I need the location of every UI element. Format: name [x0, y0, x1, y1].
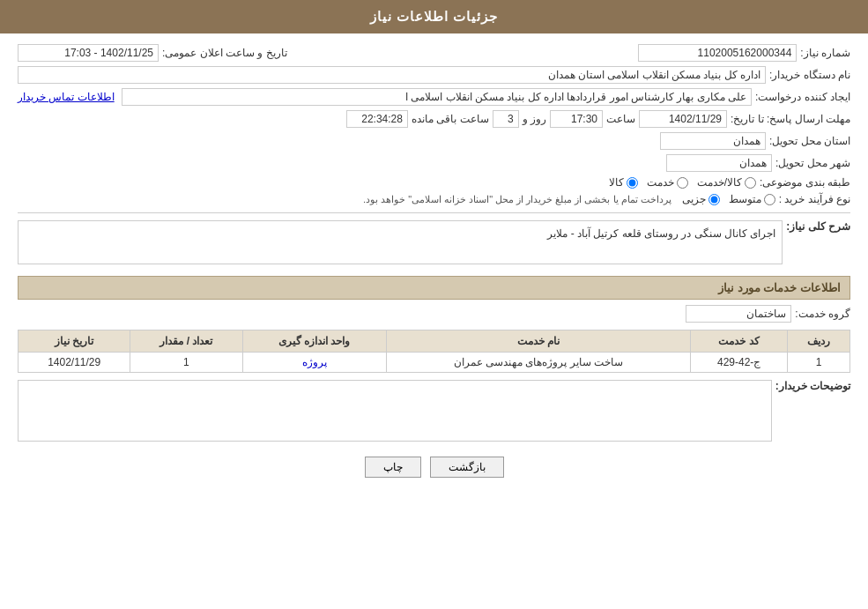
purchase-type-radio-group: متوسط جزیی — [682, 193, 775, 205]
col-code: کد خدمت — [691, 330, 788, 353]
city-label: شهر محل تحویل: — [775, 157, 850, 169]
tender-number-label: شماره نیاز: — [800, 47, 850, 59]
print-button[interactable]: چاپ — [365, 457, 421, 478]
cell-date: 1402/11/29 — [19, 353, 130, 373]
deadline-remaining-value: 22:34:28 — [346, 110, 408, 128]
province-value: همدان — [660, 132, 766, 150]
page-wrapper: جزئیات اطلاعات نیاز شماره نیاز: 11020051… — [0, 0, 868, 609]
description-text: اجرای کانال سنگی در روستای قلعه کرتیل آب… — [547, 227, 775, 240]
description-container: اجرای کانال سنگی در روستای قلعه کرتیل آب… — [18, 220, 783, 267]
purchase-type-label: نوع فرآیند خرید : — [779, 193, 850, 205]
category-radio-group: کالا/خدمت خدمت کالا — [609, 176, 756, 189]
cell-qty: 1 — [130, 353, 242, 373]
creator-value: علی مکاری بهار کارشناس امور قراردادها اد… — [122, 88, 752, 106]
category-option-kala-khedmat[interactable]: کالا/خدمت — [697, 176, 756, 189]
buyer-notes-row: توضیحات خریدار: — [18, 380, 850, 444]
purchase-type-radio-jozii[interactable] — [708, 194, 720, 205]
buyer-org-label: نام دستگاه خریدار: — [769, 69, 850, 81]
services-section-title: اطلاعات خدمات مورد نیاز — [718, 281, 841, 294]
page-header: جزئیات اطلاعات نیاز — [0, 0, 868, 33]
col-unit: واحد اندازه گیری — [242, 330, 386, 353]
deadline-remaining-label: ساعت باقی مانده — [412, 113, 489, 125]
category-label-khedmat: خدمت — [647, 176, 674, 189]
creator-row: ایجاد کننده درخواست: علی مکاری بهار کارش… — [18, 88, 850, 106]
deadline-date: 1402/11/29 — [639, 110, 727, 128]
category-label-kala-khedmat: کالا/خدمت — [697, 176, 742, 189]
province-label: استان محل تحویل: — [769, 135, 850, 147]
buyer-notes-container — [18, 380, 772, 444]
deadline-time-label: ساعت — [606, 113, 635, 125]
services-section-header: اطلاعات خدمات مورد نیاز — [18, 276, 850, 300]
purchase-type-row: نوع فرآیند خرید : متوسط جزیی پرداخت تمام… — [18, 193, 850, 205]
city-value: همدان — [666, 154, 772, 172]
col-name: نام خدمت — [386, 330, 691, 353]
button-row: بازگشت چاپ — [18, 457, 850, 478]
creator-link[interactable]: اطلاعات تماس خریدار — [18, 91, 115, 103]
buyer-org-row: نام دستگاه خریدار: اداره کل بنیاد مسکن ا… — [18, 66, 850, 84]
category-option-kala[interactable]: کالا — [609, 176, 638, 189]
category-option-khedmat[interactable]: خدمت — [647, 176, 688, 189]
table-row: 1ج-42-429ساخت سایر پروژه‌های مهندسی عمرا… — [19, 353, 850, 373]
deadline-label: مهلت ارسال پاسخ: تا تاریخ: — [731, 113, 850, 125]
col-radif: ردیف — [787, 330, 849, 353]
announce-datetime-value: 1402/11/25 - 17:03 — [18, 44, 159, 62]
cell-code: ج-42-429 — [691, 353, 788, 373]
deadline-row: مهلت ارسال پاسخ: تا تاریخ: 1402/11/29 سا… — [18, 110, 850, 128]
service-group-row: گروه خدمت: ساختمان — [18, 305, 850, 323]
creator-label: ایجاد کننده درخواست: — [755, 91, 850, 103]
category-radio-khedmat[interactable] — [677, 177, 688, 189]
category-label: طبقه بندی موضوعی: — [760, 176, 850, 189]
cell-radif: 1 — [787, 353, 849, 373]
service-group-value: ساختمان — [686, 305, 791, 323]
col-date: تاریخ نیاز — [19, 330, 130, 353]
category-label-kala: کالا — [609, 176, 624, 189]
deadline-days-value: 3 — [493, 110, 519, 128]
services-table: ردیف کد خدمت نام خدمت واحد اندازه گیری ت… — [18, 330, 850, 373]
announce-datetime-label: تاریخ و ساعت اعلان عمومی: — [162, 47, 287, 59]
purchase-type-option-motavasset[interactable]: متوسط — [729, 193, 775, 205]
tender-number-row: شماره نیاز: 1102005162000344 تاریخ و ساع… — [18, 44, 850, 62]
service-group-label: گروه خدمت: — [795, 308, 850, 320]
table-header-row: ردیف کد خدمت نام خدمت واحد اندازه گیری ت… — [19, 330, 850, 353]
purchase-type-radio-motavasset[interactable] — [764, 194, 775, 205]
back-button[interactable]: بازگشت — [430, 457, 504, 478]
main-content: شماره نیاز: 1102005162000344 تاریخ و ساع… — [0, 33, 868, 497]
purchase-type-label-motavasset: متوسط — [729, 193, 761, 205]
divider-1 — [18, 212, 850, 213]
category-row: طبقه بندی موضوعی: کالا/خدمت خدمت کالا — [18, 176, 850, 189]
purchase-type-label-jozii: جزیی — [682, 193, 706, 205]
category-radio-kala[interactable] — [627, 177, 638, 189]
deadline-days-label: روز و — [523, 113, 546, 125]
description-row: شرح کلی نیاز: اجرای کانال سنگی در روستای… — [18, 220, 850, 267]
cell-name: ساخت سایر پروژه‌های مهندسی عمران — [386, 353, 691, 373]
header-title: جزئیات اطلاعات نیاز — [370, 9, 498, 24]
purchase-type-note: پرداخت تمام یا بخشی از مبلغ خریدار از مح… — [363, 194, 671, 205]
buyer-notes-label: توضیحات خریدار: — [775, 380, 850, 392]
tender-number-value: 1102005162000344 — [638, 44, 797, 62]
purchase-type-option-jozii[interactable]: جزیی — [682, 193, 720, 205]
city-row: شهر محل تحویل: همدان — [18, 154, 850, 172]
cell-unit: پروژه — [242, 353, 386, 373]
col-qty: تعداد / مقدار — [130, 330, 242, 353]
province-row: استان محل تحویل: همدان — [18, 132, 850, 150]
description-section-label: شرح کلی نیاز: — [786, 220, 850, 233]
category-radio-kala-khedmat[interactable] — [745, 177, 756, 189]
buyer-notes-textarea[interactable] — [18, 380, 772, 442]
deadline-time-value: 17:30 — [550, 110, 603, 128]
buyer-org-value: اداره کل بنیاد مسکن انقلاب اسلامی استان … — [18, 66, 766, 84]
